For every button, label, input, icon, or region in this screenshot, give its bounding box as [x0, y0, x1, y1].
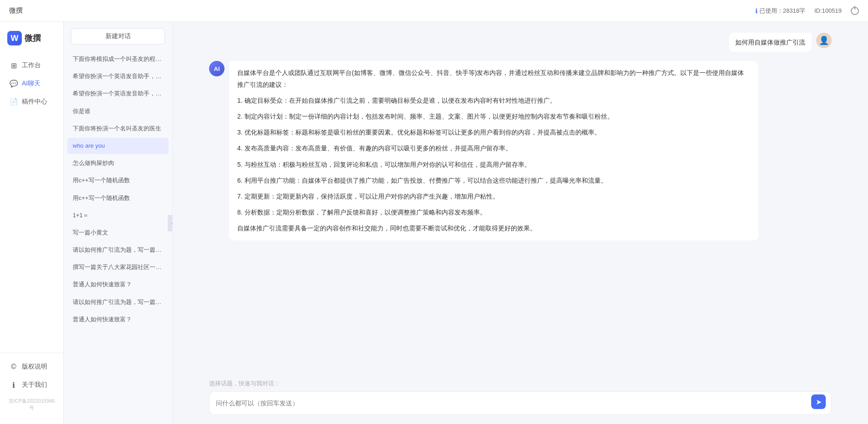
list-item[interactable]: 请以如何推广引流为题，写一篇大纲	[67, 294, 169, 310]
topbar-usage: ℹ 已使用：28318字	[755, 7, 805, 15]
logo-icon: W	[7, 31, 22, 45]
list-item[interactable]: 希望你扮演一个英语发音助手，我提供给你...	[67, 68, 169, 85]
power-button[interactable]	[851, 7, 859, 15]
ai-para-7: 7. 定期更新：定期更新内容，保持活跃度，可以让用户对你的内容产生兴趣，增加用户…	[237, 191, 750, 202]
chat-input[interactable]	[216, 399, 808, 407]
user-message: 如何用自媒体做推广引流 👤	[209, 33, 832, 52]
drafts-label: 稿件中心	[22, 98, 47, 106]
quick-select-label: 选择话题，快速与我对话：	[209, 379, 832, 388]
list-item[interactable]: 请以如何推广引流为题，写一篇大纲	[67, 242, 169, 258]
topbar-right: ℹ 已使用：28318字 ID:100519	[755, 7, 859, 15]
ai-para-1: 1. 确定目标受众：在开始自媒体推广引流之前，需要明确目标受众是谁，以便在发布内…	[237, 95, 750, 106]
copyright-icon: ©	[9, 362, 18, 371]
sidebar-item-drafts[interactable]: 📄 稿件中心	[0, 93, 63, 111]
sidebar-item-about[interactable]: ℹ 关于我们	[0, 376, 63, 394]
copyright-label: 版权说明	[22, 363, 47, 371]
list-item[interactable]: 用c++写一个随机函数	[67, 172, 169, 189]
send-button[interactable]: ➤	[811, 394, 826, 409]
chat-input-area: 选择话题，快速与我对话： ➤	[173, 374, 868, 424]
ai-para-0: 自媒体平台是个人或团队通过互联网平台(如博客、微博、微信公众号、抖音、快手等)发…	[237, 67, 750, 90]
sidebar-item-aichat[interactable]: 💬 AI聊天	[0, 75, 63, 93]
sidebar-item-workbench[interactable]: ⊞ 工作台	[0, 56, 63, 75]
about-label: 关于我们	[22, 381, 47, 389]
ai-bubble: 自媒体平台是个人或团队通过互联网平台(如博客、微博、微信公众号、抖音、快手等)发…	[229, 61, 758, 240]
list-item[interactable]: 普通人如何快速致富？	[67, 276, 169, 293]
icp-text: 京ICP备2022015946号	[0, 394, 63, 415]
list-item[interactable]: 希望你扮演一个英语发音助手，我提供给你...	[67, 85, 169, 102]
list-item[interactable]: 1+1＝	[67, 207, 169, 224]
ai-para-2: 2. 制定内容计划：制定一份详细的内容计划，包括发布时间、频率、主题、文案、图片…	[237, 111, 750, 122]
list-item[interactable]: 下面你将扮演一个名叫圣友的医生	[67, 120, 169, 137]
list-item[interactable]: 用c++写一个随机函数	[67, 190, 169, 206]
logo-letter: W	[11, 34, 19, 43]
ai-para-8: 8. 分析数据：定期分析数据，了解用户反馈和喜好，以便调整推广策略和内容发布频率…	[237, 207, 750, 218]
aichat-label: AI聊天	[22, 80, 40, 88]
chat-input-box: ➤	[209, 391, 832, 415]
main-layout: W 微撰 ⊞ 工作台 💬 AI聊天 📄 稿件中心 © 版权说明 ℹ 关于我们 京…	[0, 22, 868, 424]
ai-para-4: 4. 发布高质量内容：发布高质量、有价值、有趣的内容可以吸引更多的粉丝，并提高用…	[237, 143, 750, 154]
user-avatar: 👤	[816, 33, 832, 48]
conversation-sidebar: 新建对话 下面你将模拟成一个叫圣友的程序员，我说... 希望你扮演一个英语发音助…	[64, 22, 173, 424]
user-avatar-icon: 👤	[819, 35, 829, 45]
ai-para-9: 自媒体推广引流需要具备一定的内容创作和社交能力，同时也需要不断尝试和优化，才能取…	[237, 223, 750, 234]
logo-text: 微撰	[25, 33, 41, 44]
user-message-text: 如何用自媒体做推广引流	[735, 39, 805, 46]
chat-messages: 如何用自媒体做推广引流 👤 AI 自媒体平台是个人或团队通过互联网平台(如博客、…	[173, 22, 868, 374]
ai-para-5: 5. 与粉丝互动：积极与粉丝互动，回复评论和私信，可以增加用户对你的认可和信任，…	[237, 159, 750, 170]
send-icon: ➤	[816, 398, 822, 406]
ai-avatar-label: AI	[214, 65, 220, 72]
list-item[interactable]: 怎么做狗屎炒肉	[67, 155, 169, 171]
workbench-icon: ⊞	[9, 61, 18, 70]
left-nav: W 微撰 ⊞ 工作台 💬 AI聊天 📄 稿件中心 © 版权说明 ℹ 关于我们 京…	[0, 22, 64, 424]
ai-message: AI 自媒体平台是个人或团队通过互联网平台(如博客、微博、微信公众号、抖音、快手…	[209, 61, 832, 240]
conversation-list: 下面你将模拟成一个叫圣友的程序员，我说... 希望你扮演一个英语发音助手，我提供…	[64, 51, 172, 424]
usage-text: 已使用：28318字	[759, 7, 805, 15]
list-item[interactable]: 你是谁	[67, 103, 169, 120]
topbar: 微撰 ℹ 已使用：28318字 ID:100519	[0, 0, 868, 22]
ai-para-3: 3. 优化标题和标签：标题和标签是吸引粉丝的重要因素。优化标题和标签可以让更多的…	[237, 127, 750, 138]
logo-area: W 微撰	[0, 31, 63, 56]
sidebar-toggle[interactable]: ◀	[168, 215, 173, 231]
topbar-title: 微撰	[9, 6, 23, 15]
list-item[interactable]: 下面你将模拟成一个叫圣友的程序员，我说...	[67, 51, 169, 67]
ai-para-6: 6. 利用平台推广功能：自媒体平台都提供了推广功能，如广告投放、付费推广等，可以…	[237, 175, 750, 186]
list-item[interactable]: 普通人如何快速致富？	[67, 311, 169, 328]
about-icon: ℹ	[9, 380, 18, 389]
topbar-id: ID:100519	[814, 7, 842, 14]
drafts-icon: 📄	[9, 97, 18, 106]
workbench-label: 工作台	[22, 61, 41, 70]
list-item-active[interactable]: who are you	[67, 138, 169, 154]
aichat-icon: 💬	[9, 79, 18, 88]
chat-area: 如何用自媒体做推广引流 👤 AI 自媒体平台是个人或团队通过互联网平台(如博客、…	[173, 22, 868, 424]
list-item[interactable]: 写一篇小黄文	[67, 224, 169, 241]
ai-avatar: AI	[209, 61, 224, 76]
list-item[interactable]: 撰写一篇关于八大家花园社区一刻钟便民生...	[67, 259, 169, 275]
new-conversation-button[interactable]: 新建对话	[71, 28, 165, 45]
sidebar-item-copyright[interactable]: © 版权说明	[0, 358, 63, 376]
nav-bottom: © 版权说明 ℹ 关于我们 京ICP备2022015946号	[0, 353, 63, 415]
info-icon: ℹ	[755, 7, 758, 15]
user-bubble: 如何用自媒体做推广引流	[729, 33, 812, 52]
